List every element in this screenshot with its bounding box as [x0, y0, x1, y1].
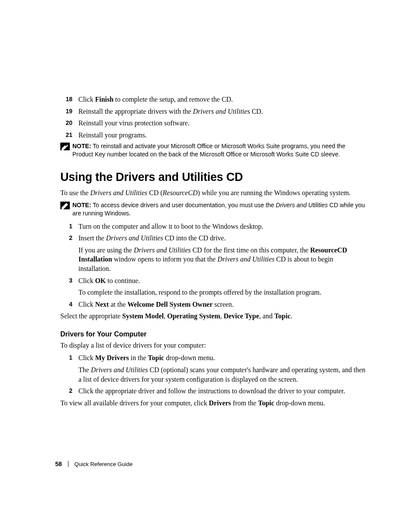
sub-intro: To display a list of device drivers for … [60, 341, 366, 350]
list-item: 2Insert the Drivers and Utilities CD int… [60, 233, 366, 273]
list-item: 18Click Finish to complete the setup, an… [60, 95, 366, 104]
section-heading: Using the Drivers and Utilities CD [60, 171, 366, 184]
list-body: Click the appropriate driver and follow … [72, 386, 366, 396]
page: 18Click Finish to complete the setup, an… [0, 0, 411, 532]
select-line: Select the appropriate System Model, Ope… [60, 311, 366, 321]
page-number: 58 [55, 460, 62, 467]
page-footer: 58 Quick Reference Guide [55, 460, 133, 467]
list-number: 1 [60, 353, 72, 362]
footer-title: Quick Reference Guide [75, 461, 133, 467]
steps-sub: 1Click My Drivers in the Topic drop-down… [60, 353, 366, 395]
list-body: Reinstall your virus protection software… [72, 118, 366, 128]
list-body: Reinstall the appropriate drivers with t… [72, 107, 366, 116]
list-number: 19 [60, 107, 72, 115]
list-number: 18 [60, 95, 72, 103]
list-number: 2 [60, 233, 72, 242]
note-text: NOTE: To reinstall and activate your Mic… [72, 142, 366, 159]
list-number: 4 [60, 300, 72, 308]
list-number: 20 [60, 118, 72, 127]
list-item: 3Click OK to continue.To complete the in… [60, 276, 366, 297]
steps-top: 18Click Finish to complete the setup, an… [60, 95, 366, 140]
list-item: 20Reinstall your virus protection softwa… [60, 118, 366, 128]
list-item: 21Reinstall your programs. [60, 131, 366, 140]
list-number: 21 [60, 131, 72, 139]
note-label: NOTE: [72, 143, 91, 149]
closing-paragraph: To view all available drivers for your c… [60, 398, 366, 408]
footer-separator [68, 461, 68, 467]
note-access-drivers: NOTE: To access device drivers and user … [60, 201, 366, 218]
note-text: NOTE: To access device drivers and user … [72, 201, 366, 218]
intro-paragraph: To use the Drivers and Utilities CD (Res… [60, 188, 366, 198]
list-item: 19Reinstall the appropriate drivers with… [60, 107, 366, 116]
pencil-note-icon [60, 202, 70, 209]
list-number: 1 [60, 222, 72, 230]
pencil-note-icon [60, 143, 70, 150]
list-item: 2Click the appropriate driver and follow… [60, 386, 366, 396]
list-body: Reinstall your programs. [72, 131, 366, 140]
subsection-heading: Drivers for Your Computer [60, 330, 366, 338]
list-body: Click Next at the Welcome Dell System Ow… [72, 300, 366, 309]
list-number: 2 [60, 386, 72, 395]
list-number: 3 [60, 276, 72, 285]
list-body: Click My Drivers in the Topic drop-down … [72, 353, 366, 384]
list-body: Click Finish to complete the setup, and … [72, 95, 366, 104]
note-label: NOTE: [72, 202, 91, 208]
note-reinstall-office: NOTE: To reinstall and activate your Mic… [60, 142, 366, 159]
list-body: Turn on the computer and allow it to boo… [72, 222, 366, 231]
list-item: 4Click Next at the Welcome Dell System O… [60, 300, 366, 309]
list-body: Click OK to continue.To complete the ins… [72, 276, 366, 297]
list-body: Insert the Drivers and Utilities CD into… [72, 233, 366, 273]
list-item: 1Turn on the computer and allow it to bo… [60, 222, 366, 231]
steps-mid: 1Turn on the computer and allow it to bo… [60, 222, 366, 309]
list-item: 1Click My Drivers in the Topic drop-down… [60, 353, 366, 384]
